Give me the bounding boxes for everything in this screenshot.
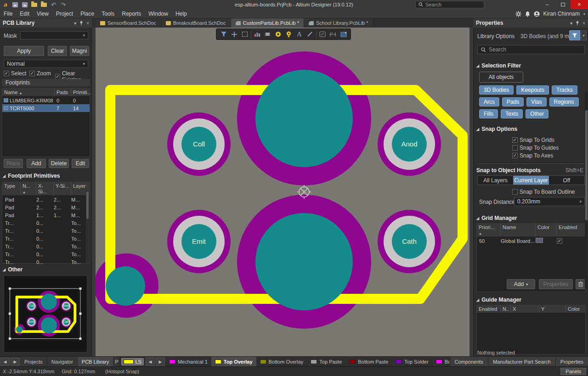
object-filter-button[interactable] [569,30,580,40]
column-xsize[interactable]: X-Si... [36,182,54,195]
user-dropdown-icon[interactable]: ▾ [583,12,585,16]
panel-tab-truncated[interactable]: P [113,357,120,367]
select-checkbox[interactable]: ✓Select [4,70,26,77]
layer-set-chip[interactable]: LS [121,358,143,365]
panel-tab-pcb-library[interactable]: PCB Library [78,357,113,367]
menu-tools[interactable]: Tools [98,9,118,18]
properties-search-input[interactable]: Search [477,45,585,54]
filter-vias[interactable]: Vias [526,97,546,107]
filter-keepouts[interactable]: Keepouts [516,85,549,95]
menu-help[interactable]: Help [172,9,191,18]
menu-file[interactable]: File [0,9,16,18]
grid-manager-section[interactable]: ◢Grid Manager [476,215,517,221]
primitive-row[interactable]: Tr...0...To... [2,250,90,258]
primitive-row[interactable]: Pad2...2...M... [2,196,90,203]
column-type[interactable]: Type [2,182,21,195]
grid-add-button[interactable]: Add▾ [507,279,535,289]
undo-icon[interactable]: ↶ [50,1,57,8]
menu-reports[interactable]: Reports [118,9,145,18]
panel-tab-projects[interactable]: Projects [20,357,47,367]
line-icon[interactable] [305,30,315,39]
select-area-icon[interactable] [240,30,249,39]
menu-edit[interactable]: Edit [16,9,33,18]
tabs-scroll-left-icon[interactable]: ◀ [0,358,10,366]
tab-schoollibrary[interactable]: School Library.PcbLib * [304,18,373,28]
filter-icon[interactable] [219,30,228,39]
minimize-button[interactable]: – [539,0,555,9]
tabs-scroll-right-icon[interactable]: ▶ [11,358,20,366]
tab-breakoutboard[interactable]: BreakoutBoard.SchDoc [161,18,231,28]
via-icon[interactable] [284,30,294,39]
layers-scroll-right-icon[interactable]: ▶ [156,358,165,366]
segment-off[interactable]: Off [549,176,584,185]
panels-button[interactable]: Panels [560,368,586,375]
column-ysize[interactable]: Y-Si... [54,182,71,195]
footprint-row-selected[interactable]: TCRT5000 7 14 [2,104,90,112]
apply-button[interactable]: Apply [4,46,44,56]
pin-icon[interactable] [576,21,579,25]
footprint-row[interactable]: LUMBERG-KRM08 0 0 [2,96,90,104]
user-avatar-icon[interactable] [534,11,540,17]
primitive-row[interactable]: Pad2...2...M... [2,203,90,211]
column-pads[interactable]: Pads [55,89,71,96]
menu-place[interactable]: Place [77,9,98,18]
layer-tab-bottom-overlay[interactable]: Bottom Overlay [256,357,307,367]
pad-icon[interactable] [274,30,283,39]
segment-all-layers[interactable]: All Layers [478,176,513,185]
save-all-icon[interactable] [21,1,28,8]
delete-button[interactable]: Delete [49,159,69,168]
menu-window[interactable]: Window [145,9,172,18]
panel-tab-properties[interactable]: Properties [555,357,588,367]
primitive-row[interactable]: Tr...0...To... [2,227,90,235]
tab-custompartslib[interactable]: CustomPartsLib.PcbLib * [231,18,304,28]
guide-manager-section[interactable]: ◢Guide Manager [476,297,521,303]
panel-dropdown-icon[interactable]: ▾ [570,21,572,26]
footprint-primitives-section[interactable]: ◢ Footprint Primitives [3,173,60,179]
snap-to-grids-checkbox[interactable]: ✓Snap To Grids [512,137,554,143]
other-section[interactable]: ◢ Other [3,266,23,273]
filter-pads[interactable]: Pads [502,97,524,107]
layer-tab-top-overlay[interactable]: Top Overlay [211,357,256,367]
snap-options-section[interactable]: ◢Snap Options [476,126,517,132]
panel-tab-manufacturer-part-search[interactable]: Manufacturer Part Search [488,357,555,367]
fill-region-icon[interactable] [339,30,348,39]
panel-close-icon[interactable]: × [86,21,89,26]
segment-current-layer[interactable]: Current Layer [513,176,548,185]
dimension-icon[interactable]: 0 [328,30,338,39]
tab-sensorboard[interactable]: SensorBoard.SchDoc [96,18,161,28]
snap-to-guides-checkbox[interactable]: Snap To Guides [512,145,559,151]
board-view-icon[interactable] [253,30,262,39]
menu-project[interactable]: Project [52,9,77,18]
mask-dropdown[interactable]: ▾ [20,31,88,39]
open-folder-icon[interactable] [31,1,38,8]
filter-arcs[interactable]: Arcs [479,97,499,107]
filter-other[interactable]: Other [526,109,548,118]
grid-color-swatch[interactable] [536,238,543,243]
mode-dropdown[interactable]: Normal▾ [4,60,88,68]
global-search-input[interactable]: Search [415,1,484,8]
primitive-row[interactable]: Tr...0...To... [2,242,90,250]
panel-close-icon[interactable]: × [582,21,585,26]
restore-button[interactable] [555,0,571,9]
grid-delete-button[interactable] [576,279,586,289]
string-icon[interactable]: A [295,30,304,39]
primitive-row[interactable]: Tr...0...To... [2,219,90,227]
snap-distance-dropdown[interactable]: 0.203mm▾ [514,197,585,206]
bell-icon[interactable] [525,11,530,17]
column-layer[interactable]: Layer [71,182,87,195]
layer-tab-top-paste[interactable]: Top Paste [307,357,345,367]
grid-row[interactable]: 50 Global Board... ✓ [477,237,585,245]
open-document-icon[interactable] [40,1,47,8]
primitive-row[interactable]: Tr...0...To... [2,235,90,242]
edit-button[interactable]: Edit [72,159,89,168]
route-icon[interactable] [318,30,327,39]
filter-3d-bodies[interactable]: 3D Bodies [479,85,514,95]
clear-button[interactable]: Clear [48,46,67,56]
snap-to-axes-checkbox[interactable]: ✓Snap To Axes [512,152,553,159]
menu-view[interactable]: View [33,9,52,18]
panel-tab-navigator[interactable]: Navigator [47,357,78,367]
user-name[interactable]: Kiran Chinnam [543,11,580,17]
selection-filter-section[interactable]: ◢Selection Filter [476,62,521,69]
filter-regions[interactable]: Regions [549,97,579,107]
layer-tab-bottom-paste[interactable]: Bottom Paste [345,357,392,367]
